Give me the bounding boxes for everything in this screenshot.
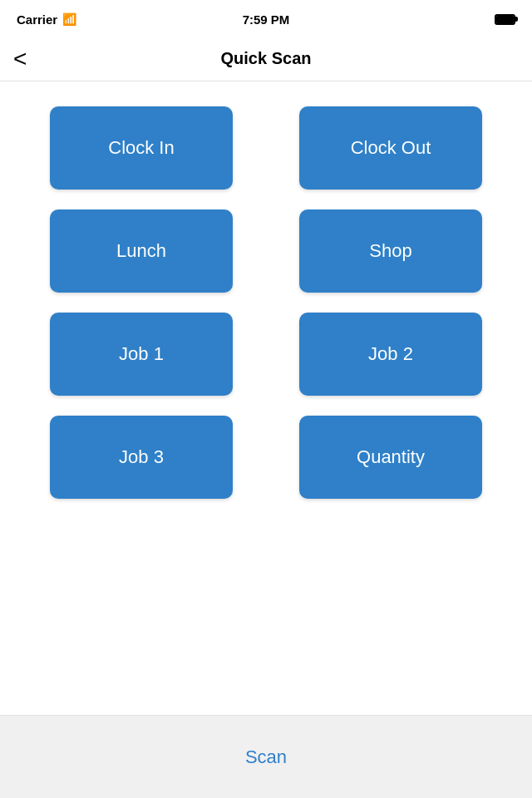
back-button[interactable]: < (13, 47, 27, 71)
main-content: Clock InClock OutLunchShopJob 1Job 2Job … (0, 81, 532, 715)
battery-icon (495, 14, 515, 25)
navigation-bar: < Quick Scan (0, 37, 532, 81)
clock-in-button[interactable]: Clock In (50, 106, 233, 190)
wifi-icon: 📶 (62, 12, 76, 26)
job1-button[interactable]: Job 1 (50, 313, 233, 396)
job3-button[interactable]: Job 3 (50, 416, 233, 499)
shop-button[interactable]: Shop (299, 209, 482, 293)
battery-indicator (495, 14, 515, 25)
status-time: 7:59 PM (243, 12, 290, 27)
carrier-label: Carrier (17, 12, 57, 27)
quantity-button[interactable]: Quantity (299, 416, 482, 499)
clock-out-button[interactable]: Clock Out (299, 106, 482, 190)
status-bar: Carrier 📶 7:59 PM (0, 0, 532, 37)
quick-scan-grid: Clock InClock OutLunchShopJob 1Job 2Job … (50, 106, 482, 499)
job2-button[interactable]: Job 2 (299, 313, 482, 396)
scan-button[interactable]: Scan (245, 746, 287, 768)
page-title: Quick Scan (221, 49, 312, 68)
lunch-button[interactable]: Lunch (50, 209, 233, 293)
footer-bar: Scan (0, 715, 532, 798)
carrier-wifi: Carrier 📶 (17, 12, 76, 27)
